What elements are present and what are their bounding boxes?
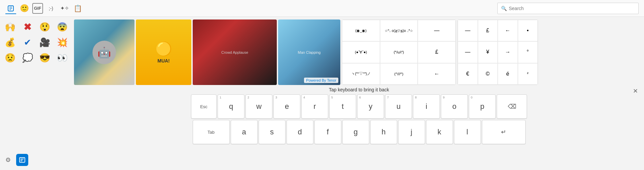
key-r[interactable]: 4 r [301,94,328,119]
gif-item-4[interactable]: Man Clapping Powered By Tenor [278,19,340,85]
close-button[interactable]: ✕ [631,86,640,96]
powered-by-tenor: Powered By Tenor [304,78,338,83]
emoji-explode[interactable]: 💥 [55,35,70,50]
key-f[interactable]: f [314,120,341,144]
main-content: 🙌 ✖ 😲 😨 💰 ✔ 🎥 💥 😟 💭 😎 👀 ⚙ [0,17,644,170]
special-superscript-2[interactable]: ² [518,63,538,85]
special-pound[interactable]: £ [478,20,498,41]
search-box[interactable]: 🔍 [497,3,639,14]
special-right-arrow[interactable]: → [498,41,518,63]
key-a[interactable]: a [231,120,258,144]
key-i[interactable]: 8 i [413,94,440,119]
search-input[interactable] [509,6,635,11]
key-t-letter: t [342,102,344,111]
key-k[interactable]: k [426,120,453,144]
key-backspace[interactable]: ⌫ [497,94,527,119]
key-r-letter: r [313,102,316,111]
key-p-number: 0 [471,96,472,99]
key-e[interactable]: 3 e [273,94,300,119]
kaomoji-item-8[interactable]: (^///^) [380,63,418,85]
key-q[interactable]: 1 q [218,94,244,119]
key-esc-label: Esc [200,104,207,109]
special-yen[interactable]: ¥ [478,41,498,63]
key-q-letter: q [229,102,233,111]
special-euro[interactable]: € [458,63,478,85]
special-bullet[interactable]: • [518,20,538,41]
key-d-letter: d [298,128,302,136]
kaomoji-item-7[interactable]: ヽ(*°▽°*)ノ [342,63,380,85]
key-j[interactable]: j [398,120,425,144]
special-left-arrow[interactable]: ← [498,20,518,41]
key-enter[interactable]: ↵ [482,120,526,144]
keyboard-row-1: Esc 1 q 2 w 3 e 4 r [74,94,644,119]
emoji-hands-up[interactable]: 🙌 [3,19,17,34]
kaomoji-tab[interactable]: ;-) [46,3,56,14]
gif-tab[interactable]: GIF [32,3,43,14]
emoji-check[interactable]: ✔ [20,35,35,50]
sticker-tab[interactable] [5,3,16,14]
key-t[interactable]: 5 t [329,94,356,119]
key-u[interactable]: 7 u [385,94,412,119]
kaomoji-item-4[interactable]: (●ˇ∀ˇ●) [342,41,380,63]
special-em-dash[interactable]: — [458,20,478,41]
key-h-letter: h [381,128,385,136]
key-g[interactable]: g [342,120,369,144]
emoji-x[interactable]: ✖ [20,19,35,34]
key-j-letter: j [411,128,412,136]
symbols-tab[interactable]: ✦✧ [59,3,70,14]
key-tab[interactable]: Tab [193,120,230,144]
emoji-camera[interactable]: 🎥 [37,35,52,50]
clipboard-tab[interactable]: 📋 [73,3,83,14]
emoji-scared[interactable]: 😨 [55,19,70,34]
key-h[interactable]: h [370,120,397,144]
kaomoji-item-1[interactable]: (◉_◉) [342,20,380,41]
kaomoji-item-2[interactable]: ☆*:. o(≧▽≦)o .:*☆ [380,20,418,41]
right-panels: (◉_◉) ☆*:. o(≧▽≦)o .:*☆ — (●ˇ∀ˇ●) (*/ω\*… [342,19,538,85]
key-w[interactable]: 2 w [245,94,272,119]
key-k-letter: k [438,128,441,136]
key-u-letter: u [396,102,401,111]
key-e-number: 3 [275,96,277,99]
key-s[interactable]: s [259,120,286,144]
emoji-grid: 🙌 ✖ 😲 😨 💰 ✔ 🎥 💥 😟 💭 😎 👀 [3,19,71,65]
gif-item-2[interactable]: 🟡 MUA! [136,19,191,85]
kaomoji-item-9[interactable]: ← [418,63,456,85]
key-w-number: 2 [248,96,249,99]
gif-item-3[interactable]: Crowd Applause [193,19,277,85]
key-l[interactable]: l [454,120,481,144]
key-u-number: 7 [387,96,389,99]
key-w-letter: w [256,102,262,111]
gif-grid: 🤖 🟡 MUA! Crowd Applause Man Clapping [74,19,340,85]
kaomoji-item-5[interactable]: (*/ω\*) [380,41,418,63]
key-s-letter: s [270,128,274,136]
emoji-eyes[interactable]: 👀 [55,50,70,65]
key-i-letter: i [426,102,427,111]
special-e-accent[interactable]: é [498,63,518,85]
toolbar: 🙂 GIF ;-) ✦✧ 📋 🔍 [0,0,644,17]
key-d[interactable]: d [287,120,313,144]
settings-gear-button[interactable]: ⚙ [3,155,13,165]
kaomoji-item-6[interactable]: £ [418,41,456,63]
settings-row: ⚙ [3,153,71,167]
special-copyright[interactable]: © [478,63,498,85]
active-section-button[interactable] [16,154,28,166]
emoji-shocked[interactable]: 😲 [37,19,52,34]
special-dash[interactable]: — [458,41,478,63]
key-o-letter: o [452,102,456,111]
key-esc[interactable]: Esc [191,94,217,119]
key-backspace-icon: ⌫ [508,103,516,110]
special-degree[interactable]: ° [518,41,538,63]
emoji-sad[interactable]: 😟 [3,50,17,65]
emoji-tab[interactable]: 🙂 [19,3,30,14]
key-t-number: 5 [331,96,333,99]
kaomoji-item-3[interactable]: — [418,20,456,41]
gif-item-1[interactable]: 🤖 [74,19,135,85]
emoji-money[interactable]: 💰 [3,35,17,50]
key-o[interactable]: 9 o [441,94,468,119]
key-p[interactable]: 0 p [469,94,496,119]
keyboard-section: Tap keyboard to bring it back ✕ Esc 1 q … [74,85,644,147]
tap-message: Tap keyboard to bring it back [74,85,644,94]
emoji-speech[interactable]: 💭 [20,50,35,65]
key-y[interactable]: 6 y [357,94,384,119]
emoji-cool[interactable]: 😎 [37,50,52,65]
